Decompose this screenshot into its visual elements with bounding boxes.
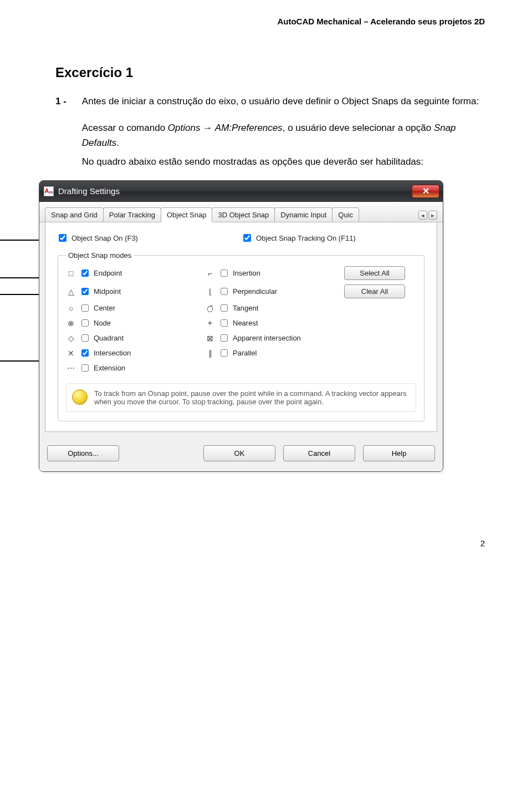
checkbox-input[interactable]: [81, 364, 89, 372]
object-snap-panel: Object Snap On (F3) Object Snap Tracking…: [45, 222, 437, 432]
osnap-symbol-icon: ○: [66, 304, 76, 313]
osnap-mode-extension[interactable]: ⋯Extension: [66, 363, 195, 373]
tab-bar: Snap and Grid Polar Tracking Object Snap…: [39, 202, 443, 222]
osnap-mode-perpendicular[interactable]: ⌊Perpendicular: [205, 286, 334, 297]
checkbox-input[interactable]: [243, 234, 251, 242]
osnap-symbol-icon: ⌊: [205, 287, 215, 296]
osnap-symbol-icon: ○̄: [205, 304, 215, 313]
tab-3d-object-snap[interactable]: 3D Object Snap: [212, 207, 275, 222]
osnap-symbol-icon: ∥: [205, 349, 215, 358]
titlebar: Am Drafting Settings ✕: [39, 181, 443, 202]
osnap-mode-insertion[interactable]: ⌐Insertion: [205, 268, 334, 278]
osnap-symbol-icon: ⊠: [205, 334, 215, 343]
dialog-footer: Options... OK Cancel Help: [39, 438, 443, 471]
osnap-symbol-icon: ⋯: [66, 364, 76, 373]
page-header: AutoCAD Mechanical – Acelerando seus pro…: [55, 17, 485, 26]
osnap-mode-tangent[interactable]: ○̄Tangent: [205, 303, 334, 313]
clear-all-button[interactable]: Clear All: [344, 284, 405, 298]
options-button[interactable]: Options...: [47, 445, 119, 461]
page-number: 2: [55, 538, 485, 548]
osnap-symbol-icon: □: [66, 269, 76, 278]
osnap-mode-center[interactable]: ○Center: [66, 303, 195, 313]
drafting-settings-dialog: Am Drafting Settings ✕ Snap and Grid Pol…: [39, 180, 443, 472]
dialog-title: Drafting Settings: [58, 186, 120, 196]
osnap-mode-nearest[interactable]: ⌖Nearest: [205, 318, 334, 328]
list-number: 1 -: [55, 94, 66, 169]
osnap-symbol-icon: ⌐: [205, 269, 215, 278]
osnap-mode-node[interactable]: ⊗Node: [66, 318, 195, 328]
checkbox-input[interactable]: [81, 304, 89, 312]
checkbox-input[interactable]: [221, 270, 228, 277]
app-icon: Am: [44, 186, 54, 196]
checkbox-input[interactable]: [221, 288, 228, 295]
tracking-hint: To track from an Osnap point, pause over…: [66, 383, 416, 412]
select-all-button[interactable]: Select All: [344, 266, 405, 280]
osnap-mode-endpoint[interactable]: □Endpoint: [66, 268, 195, 278]
checkbox-input[interactable]: [81, 334, 89, 342]
osnap-symbol-icon: △: [66, 287, 76, 296]
exercise-title: Excercício 1: [55, 65, 485, 80]
osnap-mode-intersection[interactable]: ✕Intersection: [66, 348, 195, 358]
checkbox-input[interactable]: [81, 319, 89, 327]
help-button[interactable]: Help: [363, 445, 435, 461]
osnap-symbol-icon: ⌖: [205, 318, 215, 328]
object-snap-on-checkbox[interactable]: Object Snap On (F3): [57, 232, 241, 243]
pointer-arrow: [0, 240, 44, 241]
tab-scroll-left[interactable]: ◂: [418, 211, 427, 220]
ok-button[interactable]: OK: [203, 445, 275, 461]
osnap-symbol-icon: ✕: [66, 349, 76, 358]
osnap-mode-parallel[interactable]: ∥Parallel: [205, 348, 334, 358]
close-button[interactable]: ✕: [412, 185, 439, 198]
osnap-symbol-icon: ⊗: [66, 319, 76, 328]
lightbulb-icon: [72, 389, 88, 405]
checkbox-input[interactable]: [221, 349, 228, 357]
paragraph-2: Acessar o comando Options → AM:Preferenc…: [82, 121, 485, 150]
checkbox-input[interactable]: [81, 288, 89, 295]
checkbox-input[interactable]: [221, 334, 228, 342]
group-legend: Object Snap modes: [66, 251, 134, 260]
tab-object-snap[interactable]: Object Snap: [161, 207, 213, 222]
tab-quick[interactable]: Quic: [332, 207, 359, 222]
checkbox-input[interactable]: [81, 349, 89, 357]
tab-scroll-right[interactable]: ▸: [428, 211, 437, 220]
tab-dynamic-input[interactable]: Dynamic Input: [274, 207, 332, 222]
cancel-button[interactable]: Cancel: [283, 445, 355, 461]
checkbox-input[interactable]: [59, 234, 66, 242]
tab-snap-and-grid[interactable]: Snap and Grid: [45, 207, 104, 222]
osnap-symbol-icon: ◇: [66, 334, 76, 343]
osnap-mode-apparent-intersection[interactable]: ⊠Apparent intersection: [205, 333, 334, 343]
osnap-mode-quadrant[interactable]: ◇Quadrant: [66, 333, 195, 343]
osnap-mode-midpoint[interactable]: △Midpoint: [66, 286, 195, 297]
checkbox-input[interactable]: [81, 270, 89, 277]
checkbox-input[interactable]: [221, 304, 228, 312]
object-snap-tracking-checkbox[interactable]: Object Snap Tracking On (F11): [241, 232, 426, 243]
checkbox-input[interactable]: [221, 319, 228, 327]
paragraph-1: Antes de iniciar a construção do eixo, o…: [82, 94, 485, 109]
object-snap-modes-group: Object Snap modes □Endpoint⌐InsertionSel…: [58, 251, 424, 421]
tab-polar-tracking[interactable]: Polar Tracking: [103, 207, 161, 222]
paragraph-3: No quadro abaixo estão sendo mostradas a…: [82, 155, 485, 169]
